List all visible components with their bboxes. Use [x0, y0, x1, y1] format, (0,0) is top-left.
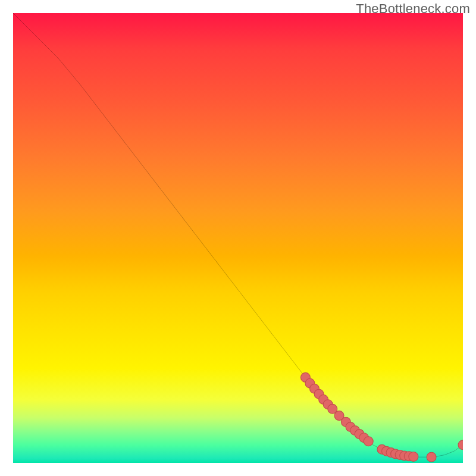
data-point [409, 452, 418, 461]
chart-container: TheBottleneck.com [0, 0, 476, 476]
curve-line [13, 13, 463, 457]
plot-area [13, 13, 463, 463]
chart-svg [13, 13, 463, 463]
data-point [364, 437, 373, 446]
data-point [458, 440, 463, 450]
curve-markers [300, 372, 463, 462]
data-point [427, 452, 436, 462]
